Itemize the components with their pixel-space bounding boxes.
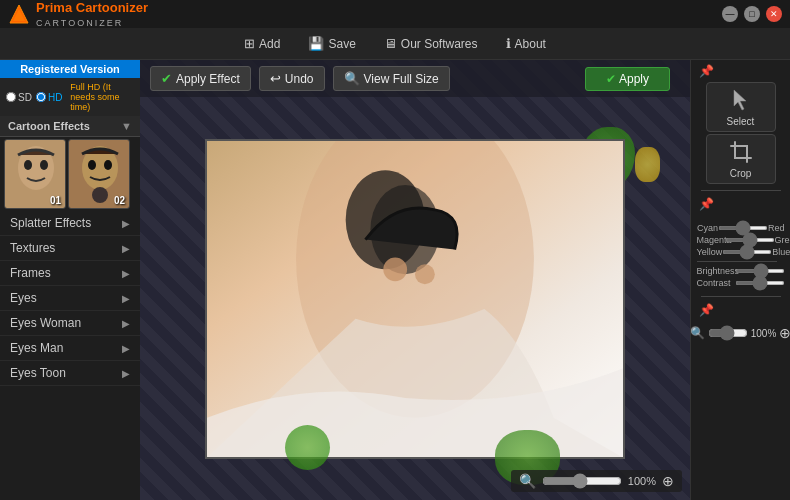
close-button[interactable]: ✕ [766,6,782,22]
crop-tool-button[interactable]: Crop [706,134,776,184]
svg-point-4 [24,160,32,170]
about-icon: ℹ [506,36,511,51]
contrast-slider-row: Contrast [697,278,785,288]
sidebar-item-textures[interactable]: Textures ▶ [0,236,140,261]
magenta-slider[interactable] [725,238,775,242]
thumbnail-2[interactable]: 02 [68,139,130,209]
decoration-blob-4 [635,147,660,182]
sidebar-item-frames[interactable]: Frames ▶ [0,261,140,286]
apply-button[interactable]: ✔ Apply [585,67,670,91]
apply-effect-button[interactable]: ✔ Apply Effect [150,66,251,91]
svg-point-8 [88,160,96,170]
titlebar: Prima Cartoonizer CARTOONIZER — □ ✕ [0,0,790,28]
right-zoom-bar: 🔍 100% ⊕ [690,325,790,341]
chevron-right-icon: ▶ [122,243,130,254]
sidebar-item-eyes[interactable]: Eyes ▶ [0,286,140,311]
chevron-right-icon: ▶ [122,318,130,329]
right-panel: 📌 Select Crop 📌 Cyan Red Magenta [690,60,790,500]
thumbnail-1[interactable]: 01 [4,139,66,209]
chevron-right-icon: ▶ [122,293,130,304]
zoom-out-button[interactable]: 🔍 [519,473,536,489]
right-zoom-slider[interactable] [708,325,748,341]
undo-button[interactable]: ↩ Undo [259,66,325,91]
yellow-slider[interactable] [722,250,772,254]
main-canvas-image [205,139,625,459]
toolbar-row: ✔ Apply Effect ↩ Undo 🔍 View Full Size ✔… [140,60,690,97]
checkmark-icon: ✔ [161,71,172,86]
svg-point-10 [92,187,108,203]
minimize-button[interactable]: — [722,6,738,22]
maximize-button[interactable]: □ [744,6,760,22]
chevron-right-icon: ▶ [122,343,130,354]
sidebar: Registered Version SD HD Full HD (It nee… [0,60,140,500]
svg-point-5 [40,160,48,170]
save-icon: 💾 [308,36,324,51]
chevron-right-icon: ▶ [122,368,130,379]
zoom-slider[interactable] [542,473,622,489]
right-zoom-level: 100% [751,328,777,339]
app-logo-icon [8,3,30,25]
about-button[interactable]: ℹ About [498,32,554,55]
titlebar-controls: — □ ✕ [722,6,782,22]
our-softwares-button[interactable]: 🖥 Our Softwares [376,32,486,55]
sidebar-item-eyes-toon[interactable]: Eyes Toon ▶ [0,361,140,386]
add-button[interactable]: ⊞ Add [236,32,288,55]
add-icon: ⊞ [244,36,255,51]
menubar: ⊞ Add 💾 Save 🖥 Our Softwares ℹ About [0,28,790,60]
pin-icon-top: 📌 [699,64,714,78]
slider-divider [697,261,777,262]
logo-subtitle: CARTOONIZER [36,18,123,28]
svg-point-9 [104,160,112,170]
sidebar-item-eyes-woman[interactable]: Eyes Woman ▶ [0,311,140,336]
zoom-level-label: 100% [628,475,656,487]
cyan-slider[interactable] [718,226,768,230]
right-zoom-in-button[interactable]: ⊕ [779,325,790,341]
main-layout: Registered Version SD HD Full HD (It nee… [0,60,790,500]
pin-icon-colors: 📌 [699,197,714,211]
panel-divider-2 [701,296,781,297]
thumbnail-row: 01 02 [0,137,140,211]
sidebar-menu-list: Splatter Effects ▶ Textures ▶ Frames ▶ E… [0,211,140,500]
softwares-icon: 🖥 [384,36,397,51]
hd-warning-text: Full HD (It needs some time) [70,82,134,112]
chevron-right-icon: ▶ [122,268,130,279]
sidebar-item-eyes-man[interactable]: Eyes Man ▶ [0,336,140,361]
hd-radio[interactable]: HD [36,92,62,103]
save-button[interactable]: 💾 Save [300,32,363,55]
chevron-right-icon: ▶ [122,218,130,229]
canvas-image-overlay [207,141,623,457]
thumb2-number: 02 [114,195,125,206]
apply-check-icon: ✔ [606,72,619,86]
zoom-in-button[interactable]: ⊕ [662,473,674,489]
logo-area: Prima Cartoonizer CARTOONIZER [8,0,148,29]
contrast-slider[interactable] [735,281,785,285]
category-chevron-icon: ▼ [121,120,132,132]
sd-radio[interactable]: SD [6,92,32,103]
sidebar-item-splatter-effects[interactable]: Splatter Effects ▶ [0,211,140,236]
logo-title: Prima Cartoonizer [36,0,148,15]
logo-text-area: Prima Cartoonizer CARTOONIZER [36,0,148,29]
version-bar[interactable]: Registered Version [0,60,140,78]
undo-icon: ↩ [270,71,281,86]
panel-divider-1 [701,190,781,191]
resolution-radio-row: SD HD Full HD (It needs some time) [0,78,140,116]
view-full-size-button[interactable]: 🔍 View Full Size [333,66,450,91]
crop-icon [729,140,753,164]
center-area: ✔ Apply Effect ↩ Undo 🔍 View Full Size ✔… [140,60,690,500]
thumb1-number: 01 [50,195,61,206]
select-tool-button[interactable]: Select [706,82,776,132]
canvas-area: 🔍 100% ⊕ [140,97,690,500]
right-zoom-out-button[interactable]: 🔍 [690,326,705,340]
pin-icon-bottom: 📌 [699,303,714,317]
color-adjustments-panel: Cyan Red Magenta Green Yellow Blue Brigh… [691,223,791,290]
zoom-icon: 🔍 [344,71,360,86]
zoom-bar: 🔍 100% ⊕ [511,470,682,492]
category-header: Cartoon Effects ▼ [0,116,140,137]
yellow-blue-slider-row: Yellow Blue [697,247,785,257]
brightness-slider[interactable] [735,269,785,273]
select-icon [729,88,753,112]
